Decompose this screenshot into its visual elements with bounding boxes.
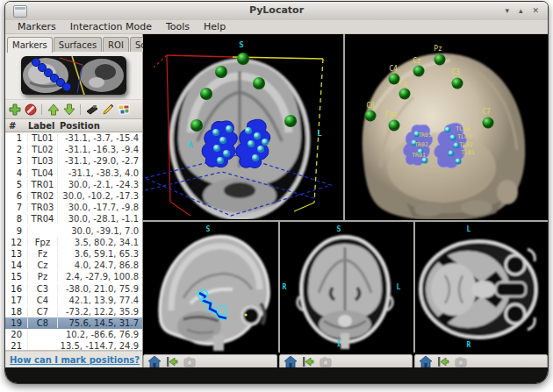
electrode-marker[interactable]	[215, 66, 227, 78]
tab-markers[interactable]: Markers	[7, 37, 53, 53]
menu-help[interactable]: Help	[197, 21, 233, 32]
title-bar[interactable]: PyLocator ▾▴✕	[5, 2, 548, 21]
contact-marker[interactable]	[445, 127, 451, 133]
label-icon[interactable]	[85, 103, 98, 116]
menu-markers[interactable]: Markers	[11, 21, 63, 32]
camera-icon[interactable]	[183, 356, 196, 367]
view-3d-skull-panel[interactable]: PzCzC4C3FzC8FpzC7 TR03TR02TR01TL04TL03TL…	[345, 36, 548, 219]
table-row[interactable]: 5TR0130.0, -2.1, -24.3	[5, 179, 142, 190]
row-position: 42.1, 13.9, 77.4	[58, 296, 142, 305]
menu-tools[interactable]: Tools	[159, 21, 197, 32]
contact-marker[interactable]	[450, 135, 456, 141]
row-position: -38.0, 21.0, 75.9	[58, 284, 142, 294]
contact-marker[interactable]	[213, 145, 220, 152]
row-position: -31.1, -38.3, 4.0	[58, 168, 142, 178]
table-row[interactable]: 15Pz2.4, -27.9, 100.8	[5, 271, 142, 282]
camera-icon[interactable]	[320, 356, 332, 367]
electrode-marker[interactable]	[389, 120, 400, 132]
move-down-icon[interactable]	[62, 103, 75, 116]
home-icon[interactable]	[148, 356, 161, 367]
tab-surfaces[interactable]: Surfaces	[54, 37, 102, 52]
contact-marker[interactable]	[226, 125, 233, 132]
table-row[interactable]: 1TL01-31.1, -3.7, -15.4	[5, 132, 142, 144]
coronal-view-panel[interactable]: SRLI	[280, 223, 413, 353]
table-row[interactable]: 12Fpz3.5, 80.2, 34.1	[5, 237, 142, 248]
electrode-label: Pz	[434, 45, 442, 53]
color-icon[interactable]	[117, 103, 130, 116]
contact-marker[interactable]	[212, 129, 219, 136]
electrode-marker[interactable]	[452, 78, 463, 89]
electrode-marker[interactable]	[434, 54, 446, 66]
table-row[interactable]: 17C442.1, 13.9, 77.4	[5, 295, 142, 306]
electrode-marker[interactable]	[200, 88, 212, 100]
panel-divider	[143, 220, 548, 222]
table-row[interactable]: 2010.2, -86.6, 76.9	[5, 329, 142, 340]
table-row[interactable]: 13Fz3.6, 59.1, 65.3	[5, 248, 142, 260]
electrode-marker[interactable]	[190, 119, 203, 132]
electrode-marker[interactable]	[365, 110, 377, 122]
contact-marker[interactable]	[252, 154, 259, 161]
home-icon[interactable]	[284, 356, 297, 367]
contact-marker[interactable]	[262, 139, 269, 146]
move-up-icon[interactable]	[47, 103, 60, 116]
minimize-button[interactable]: ▾	[505, 5, 509, 16]
column-header-num[interactable]: #	[5, 121, 28, 131]
contact-marker[interactable]	[254, 132, 261, 139]
electrode-marker[interactable]	[237, 53, 249, 65]
orientation-letter: S	[206, 225, 211, 233]
electrode-marker[interactable]	[399, 89, 411, 100]
orientation-letter: A	[188, 140, 193, 149]
row-label: C8	[28, 318, 58, 328]
electrode-marker[interactable]	[284, 115, 297, 127]
window-title: PyLocator	[5, 4, 548, 16]
sagittal-view-panel[interactable]: S	[145, 223, 278, 353]
table-row[interactable]: 3TL03-31.1, -29.0, -2.7	[5, 155, 142, 167]
electrode-marker[interactable]	[413, 66, 425, 77]
contact-marker[interactable]	[257, 146, 264, 153]
orientation-letter: S	[239, 40, 243, 49]
row-position: 13.5, -114.7, 24.9	[58, 341, 142, 351]
column-header-label[interactable]: Label	[28, 121, 58, 131]
depth-electrode-label: TR01	[412, 152, 426, 159]
view-3d-slice-image: SAL	[145, 36, 343, 219]
table-row[interactable]: 2113.5, -114.7, 24.9	[5, 340, 142, 351]
contact-marker[interactable]	[245, 127, 252, 134]
view-3d-slice-panel[interactable]: SAL	[145, 36, 343, 219]
axial-view-panel[interactable]: LR	[415, 223, 548, 353]
import-icon[interactable]	[437, 356, 449, 367]
edit-icon[interactable]	[101, 103, 114, 116]
maximize-button[interactable]: ▴	[519, 5, 523, 16]
table-row[interactable]: 16C3-38.0, 21.0, 75.9	[5, 282, 142, 294]
home-icon[interactable]	[420, 356, 432, 367]
table-row[interactable]: 8TR0430.0, -28.1, -1.1	[5, 213, 142, 225]
column-header-position[interactable]: Position	[58, 121, 142, 131]
close-button[interactable]: ✕	[532, 5, 539, 16]
electrode-marker[interactable]	[253, 77, 265, 89]
table-row[interactable]: 19C875.6, 14.5, 31.7	[5, 317, 142, 329]
delete-marker-icon[interactable]	[24, 103, 37, 116]
table-row[interactable]: 2TL02-31.1, -16.3, -9.4	[5, 144, 142, 155]
view-3d-skull-image: PzCzC4C3FzC8FpzC7 TR03TR02TR01TL04TL03TL…	[345, 36, 548, 219]
table-row[interactable]: 930.0, -39.1, 7.0	[5, 225, 142, 237]
tab-roi[interactable]: ROI	[103, 37, 129, 52]
camera-icon[interactable]	[455, 356, 467, 367]
contact-marker[interactable]	[219, 137, 226, 144]
table-row[interactable]: 14Cz4.0, 24.7, 86.8	[5, 260, 142, 271]
table-row[interactable]: 4TL04-31.1, -38.3, 4.0	[5, 167, 142, 179]
import-icon[interactable]	[166, 356, 178, 367]
electrode-marker[interactable]	[483, 118, 494, 129]
help-link[interactable]: How can I mark positions?	[10, 355, 140, 365]
table-row[interactable]: 18C7-73.2, 12.2, 35.9	[5, 306, 142, 317]
import-icon[interactable]	[302, 356, 314, 367]
table-row[interactable]: 7TR0330.0, -17.7, -9.8	[5, 202, 142, 213]
menu-interaction-mode[interactable]: Interaction Mode	[63, 21, 159, 32]
marker-preview-thumbnail	[21, 56, 126, 95]
contact-marker[interactable]	[248, 140, 255, 147]
contact-marker[interactable]	[217, 157, 224, 164]
row-position: 2.4, -27.9, 100.8	[58, 272, 142, 282]
contact-marker[interactable]	[449, 151, 455, 157]
table-row[interactable]: 6TR0230.0, -10.2, -17.3	[5, 190, 142, 202]
contact-marker[interactable]	[223, 150, 230, 157]
add-marker-icon[interactable]	[8, 103, 21, 116]
contact-marker[interactable]	[456, 159, 462, 165]
